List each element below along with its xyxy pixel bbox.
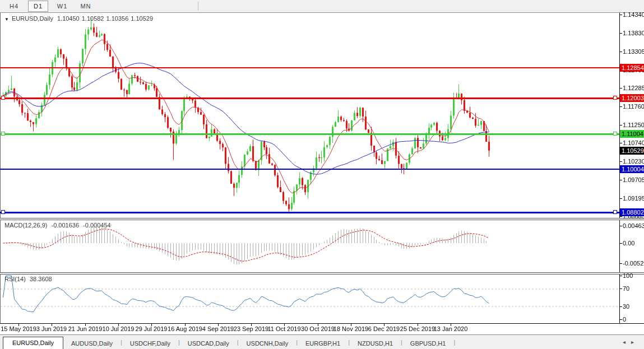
tab-scroll-left-icon[interactable]: ◂ <box>623 339 631 345</box>
rsi-label: RSI(14) 38.3608 <box>4 276 54 282</box>
price-axis-label: 1.11250 <box>623 122 644 128</box>
symbol-period-label: EURUSD,Daily <box>12 15 53 22</box>
rsi-value: 38.3608 <box>30 276 52 282</box>
macd-rsi-splitter[interactable] <box>0 272 644 274</box>
price-badge: 1.11004 <box>620 130 644 138</box>
price-axis-label: 1.09195 <box>623 195 644 202</box>
symbol-tabbar: EURUSD,DailyAUDUSD,Daily|USDCHF,Daily|US… <box>0 334 644 349</box>
hline-1.12003[interactable] <box>0 97 619 99</box>
hline-1.12854[interactable] <box>0 67 619 68</box>
ohlc-low: 1.10356 <box>106 15 128 22</box>
hline-handle-left[interactable] <box>1 96 5 100</box>
tab-nzdusd-h1[interactable]: NZDUSD,H1 <box>350 338 401 349</box>
tab-eurgbp-h1[interactable]: EURGBP,H1 <box>298 338 348 349</box>
price-badge: 1.12854 <box>620 64 644 72</box>
macd-axis-label: -0.005299 <box>623 260 644 267</box>
price-axis-label: 1.14340 <box>623 11 644 18</box>
macd-axis-label: 0.00 <box>623 240 634 246</box>
terminal-window: H4D1W1MN ▼EURUSD,Daily 1.104501.105821.1… <box>0 0 644 349</box>
ohlc-high: 1.10582 <box>82 15 104 22</box>
price-axis-label: 1.12285 <box>623 85 644 91</box>
symbol-dropdown-icon[interactable]: ▼ <box>4 17 9 22</box>
current-price-badge: 1.10529 <box>620 147 644 155</box>
tab-eurusd-daily[interactable]: EURUSD,Daily <box>3 337 63 349</box>
chart-left-border <box>0 13 1 323</box>
macd-axis-label: 0.00463 <box>623 222 644 229</box>
tab-usdchf-daily[interactable]: USDCHF,Daily <box>122 338 178 349</box>
price-macd-splitter[interactable] <box>0 218 644 220</box>
tab-gbpusd-h1[interactable]: GBPUSD,H1 <box>402 338 454 349</box>
rsi-axis-label: 100 <box>623 272 633 279</box>
price-badge: 1.12003 <box>620 94 644 102</box>
macd-label: MACD(12,26,9) -0.001636 -0.000454 <box>4 222 113 229</box>
price-badge: 1.08802 <box>620 208 644 216</box>
hline-handle-right[interactable] <box>613 132 617 136</box>
hline-handle-right[interactable] <box>613 210 617 214</box>
rsi-axis-label: 0 <box>623 316 626 323</box>
tab-scroll-right-icon[interactable]: ▸ <box>631 339 640 345</box>
macd-value-main: -0.001636 <box>51 222 79 229</box>
hline-1.11004[interactable] <box>0 133 619 135</box>
price-badge: 1.10004 <box>620 165 644 173</box>
hline-handle-left[interactable] <box>1 132 5 136</box>
tab-separator: | <box>453 339 455 347</box>
hline-1.08802[interactable] <box>0 212 619 213</box>
price-axis-label: 1.10230 <box>623 158 644 165</box>
chart-title: ▼EURUSD,Daily 1.104501.105821.103561.105… <box>4 15 155 22</box>
price-axis-label: 1.09705 <box>623 176 644 183</box>
rsi-name: RSI(14) <box>4 276 26 282</box>
hline-handle-right[interactable] <box>613 96 617 100</box>
hline-1.10004[interactable] <box>0 169 619 170</box>
tab-usdcnh-daily[interactable]: USDCNH,Daily <box>239 338 296 349</box>
macd-name: MACD(12,26,9) <box>4 222 47 229</box>
tab-usdcad-daily[interactable]: USDCAD,Daily <box>180 338 237 349</box>
rsi-axis-label: 30 <box>623 303 629 310</box>
hline-handle-left[interactable] <box>1 210 5 214</box>
ohlc-open: 1.10450 <box>57 15 80 22</box>
price-axis-label: 1.11760 <box>623 103 644 110</box>
tab-audusd-daily[interactable]: AUDUSD,Daily <box>63 338 121 349</box>
date-axis-label: 13 Jan 2020 <box>431 325 470 332</box>
ohlc-close: 1.10529 <box>131 15 153 22</box>
price-axis-label: 1.13305 <box>623 48 644 55</box>
macd-value-signal: -0.000454 <box>83 222 111 229</box>
rsi-bottom-border <box>0 323 644 324</box>
price-axis-label: 1.13830 <box>623 30 644 36</box>
chart-canvas[interactable] <box>0 0 644 349</box>
price-axis-label: 1.10740 <box>623 139 644 146</box>
rsi-axis-label: 70 <box>623 285 629 292</box>
